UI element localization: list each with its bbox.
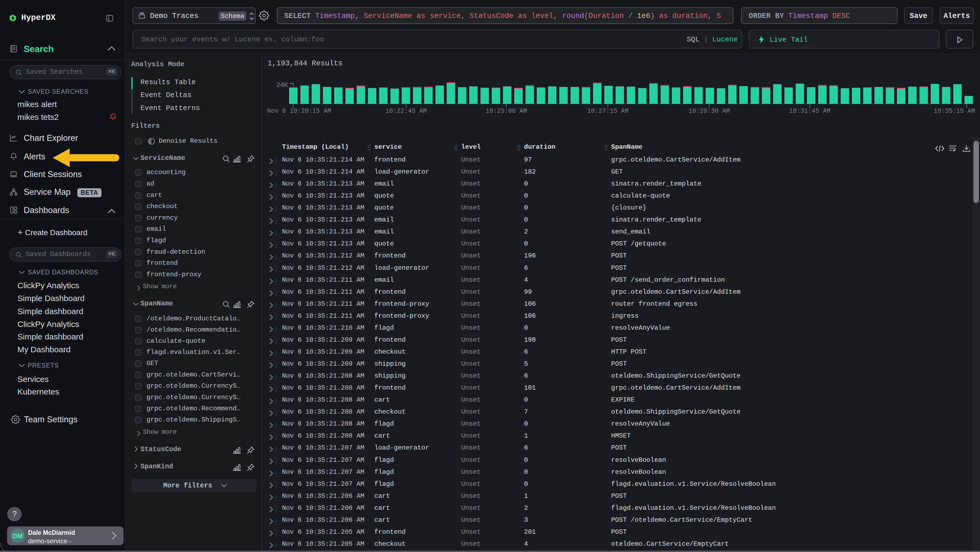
svg-text:10:35:15 AM: 10:35:15 AM [934,108,975,115]
svg-text:10:22:45 AM: 10:22:45 AM [385,108,427,115]
svg-text:24K: 24K [276,81,288,89]
svg-text:10:29:30 AM: 10:29:30 AM [689,108,730,115]
svg-text:10:31:45 AM: 10:31:45 AM [789,108,830,115]
svg-text:Nov 6 10:20:15 AM: Nov 6 10:20:15 AM [267,108,331,115]
svg-text:10:25:00 AM: 10:25:00 AM [486,108,527,115]
svg-text:10:27:15 AM: 10:27:15 AM [587,108,628,115]
